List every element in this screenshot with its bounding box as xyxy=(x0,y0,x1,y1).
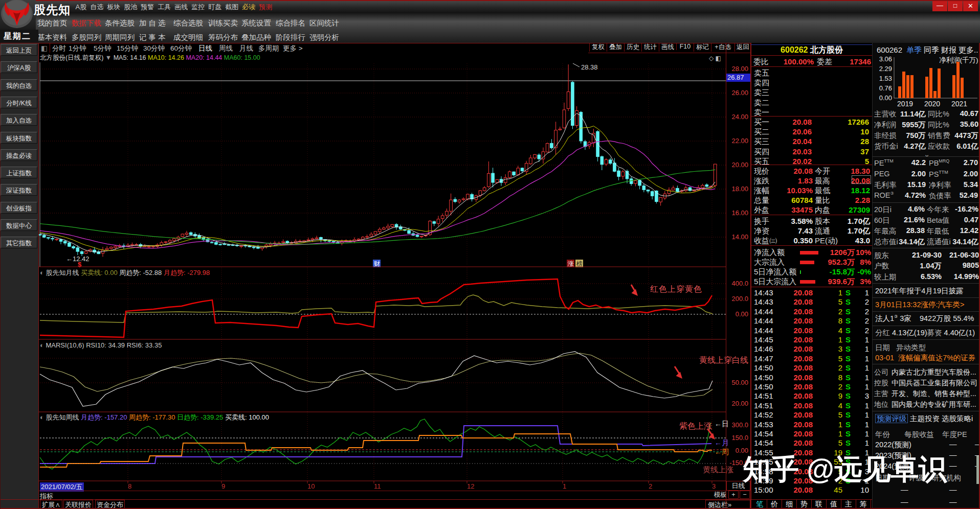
svg-text:$: $ xyxy=(78,261,82,268)
svg-text:2019: 2019 xyxy=(897,100,913,108)
svg-text:2.29: 2.29 xyxy=(879,65,892,73)
svg-text:红色上穿黄色: 红色上穿黄色 xyxy=(650,285,702,293)
svg-text:28.38: 28.38 xyxy=(581,63,598,71)
svg-text:涨: 涨 xyxy=(567,260,574,267)
svg-text:0.00: 0.00 xyxy=(879,94,892,102)
svg-text:财: 财 xyxy=(374,260,380,267)
svg-text:榜: 榜 xyxy=(576,260,583,267)
svg-text:1.53: 1.53 xyxy=(879,75,892,82)
svg-text:2021: 2021 xyxy=(951,100,967,108)
svg-text:3.06: 3.06 xyxy=(879,55,892,63)
svg-text:2020: 2020 xyxy=(924,100,940,108)
svg-text:紫色上涨: 紫色上涨 xyxy=(679,422,712,430)
svg-text:0.76: 0.76 xyxy=(879,84,892,92)
